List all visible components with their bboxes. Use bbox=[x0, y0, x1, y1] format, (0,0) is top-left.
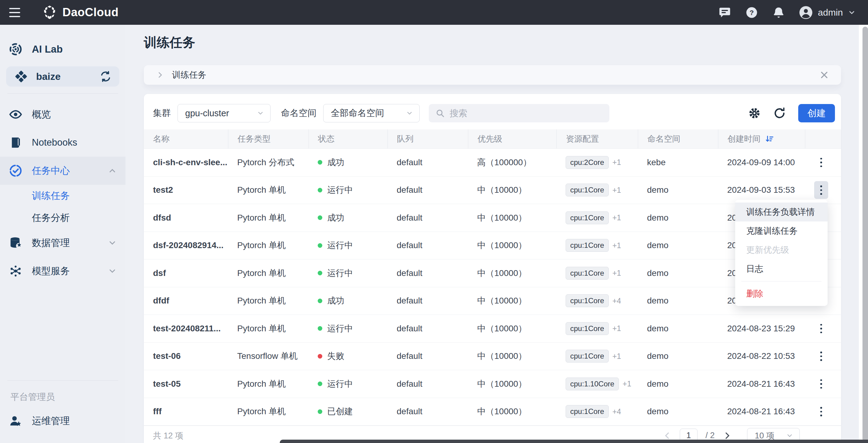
status-dot bbox=[318, 243, 322, 248]
resource-extra-count[interactable]: +4 bbox=[613, 407, 621, 416]
task-namespace: kebe bbox=[638, 149, 718, 176]
task-type: Pytorch 单机 bbox=[228, 204, 309, 231]
sidebar-item-training-tasks[interactable]: 训练任务 bbox=[0, 185, 125, 207]
task-resources: cpu:1Core+1 bbox=[556, 315, 638, 342]
settings-gear-icon[interactable] bbox=[748, 107, 761, 120]
sidebar-item-data-management[interactable]: 数据管理 bbox=[0, 229, 125, 257]
sidebar-section-label: 平台管理员 bbox=[0, 387, 125, 407]
sidebar-item-task-analysis[interactable]: 任务分析 bbox=[0, 207, 125, 229]
workspace-selector[interactable]: baize bbox=[6, 66, 119, 87]
menu-item[interactable]: 克隆训练任务 bbox=[735, 222, 828, 241]
task-priority: 中（10000） bbox=[468, 315, 556, 342]
resource-extra-count[interactable]: +1 bbox=[613, 268, 621, 278]
scrollbar-thumb[interactable] bbox=[863, 27, 868, 442]
menu-item[interactable]: 删除 bbox=[735, 284, 828, 303]
resource-extra-count[interactable]: +1 bbox=[613, 213, 621, 222]
username: admin bbox=[818, 7, 843, 18]
resource-extra-count[interactable]: +1 bbox=[613, 158, 621, 167]
kebab-menu-icon[interactable] bbox=[814, 375, 828, 393]
resource-extra-count[interactable]: +1 bbox=[613, 186, 621, 195]
cluster-label: 集群 bbox=[153, 107, 171, 119]
kebab-menu-icon[interactable] bbox=[814, 181, 828, 199]
task-created-time: 2024-08-21 16:43 bbox=[718, 398, 805, 425]
sidebar-item-notebooks[interactable]: Notebooks bbox=[0, 128, 125, 157]
sort-descending-icon[interactable] bbox=[765, 134, 774, 144]
task-queue: default bbox=[388, 398, 468, 425]
column-header[interactable]: 创建时间 bbox=[718, 129, 805, 148]
table-header: 名称任务类型状态队列优先级资源配置命名空间创建时间 bbox=[144, 129, 841, 149]
resource-chip: cpu:1.10Core bbox=[566, 378, 619, 390]
task-name[interactable]: test-202408211... bbox=[144, 315, 228, 342]
chevron-down-icon bbox=[406, 109, 413, 117]
task-name[interactable]: dfsd bbox=[144, 204, 228, 231]
task-created-time: 2024-08-22 10:53 bbox=[718, 343, 805, 370]
cluster-select[interactable]: gpu-cluster bbox=[178, 104, 271, 122]
workspace-switch-icon[interactable] bbox=[100, 71, 112, 82]
task-created-time: 2024-08-21 16:43 bbox=[718, 370, 805, 398]
task-resources: cpu:1Core+1 bbox=[556, 232, 638, 259]
sidebar-bottom: 平台管理员 运维管理 bbox=[0, 374, 125, 443]
task-name[interactable]: test-05 bbox=[144, 370, 228, 398]
task-status: 运行中 bbox=[309, 232, 388, 259]
breadcrumb: 训练任务 bbox=[172, 69, 206, 81]
kebab-menu-icon[interactable] bbox=[814, 347, 828, 365]
menu-item[interactable]: 训练任务负载详情 bbox=[735, 202, 828, 222]
refresh-icon[interactable] bbox=[773, 107, 786, 120]
sidebar-item-model-services[interactable]: 模型服务 bbox=[0, 257, 125, 285]
messages-icon[interactable] bbox=[718, 6, 732, 19]
kebab-menu-icon[interactable] bbox=[814, 320, 828, 338]
task-name[interactable]: dfdf bbox=[144, 287, 228, 315]
avatar bbox=[799, 5, 813, 20]
task-name[interactable]: test-06 bbox=[144, 343, 228, 370]
kebab-menu-icon[interactable] bbox=[814, 403, 828, 420]
resource-extra-count[interactable]: +1 bbox=[613, 241, 621, 250]
menu-item[interactable]: 日志 bbox=[735, 259, 828, 278]
task-status: 已创建 bbox=[309, 398, 388, 425]
notifications-icon[interactable] bbox=[772, 6, 785, 19]
column-header: 任务类型 bbox=[228, 129, 309, 148]
sidebar-app-ai-lab[interactable]: AI Lab bbox=[0, 34, 125, 65]
task-name[interactable]: dsf bbox=[144, 259, 228, 287]
task-name[interactable]: cli-sh-c-env-slee... bbox=[144, 149, 228, 176]
next-page-icon[interactable] bbox=[723, 431, 732, 440]
task-name[interactable]: dsf-2024082914... bbox=[144, 232, 228, 259]
search-input[interactable] bbox=[450, 108, 596, 118]
search-box[interactable] bbox=[429, 104, 609, 122]
create-button[interactable]: 创建 bbox=[798, 104, 835, 122]
task-queue: default bbox=[388, 177, 468, 204]
resource-extra-count[interactable]: +1 bbox=[613, 324, 621, 333]
task-center-icon bbox=[8, 164, 23, 178]
namespace-select[interactable]: 全部命名空间 bbox=[323, 104, 420, 122]
user-menu[interactable]: admin bbox=[799, 5, 856, 20]
database-icon bbox=[8, 236, 23, 250]
kebab-menu-icon[interactable] bbox=[814, 154, 828, 171]
task-type: Pytorch 单机 bbox=[228, 370, 309, 398]
menu-toggle-icon[interactable] bbox=[9, 5, 24, 20]
close-icon[interactable] bbox=[819, 70, 829, 80]
sidebar-item-ops-management[interactable]: 运维管理 bbox=[0, 407, 125, 435]
resource-chip: cpu:1Core bbox=[566, 350, 609, 362]
status-dot bbox=[318, 215, 322, 220]
brand[interactable]: DaoCloud bbox=[42, 5, 119, 21]
task-type: Pytorch 分布式 bbox=[228, 149, 309, 176]
task-name[interactable]: fff bbox=[144, 398, 228, 425]
sidebar-item-task-center[interactable]: 任务中心 bbox=[0, 157, 125, 185]
resource-extra-count[interactable]: +1 bbox=[623, 379, 631, 388]
resource-chip: cpu:1Core bbox=[566, 239, 609, 252]
task-namespace: demo bbox=[638, 177, 718, 204]
sidebar-item-label: 训练任务 bbox=[32, 189, 70, 202]
vertical-scrollbar[interactable] bbox=[859, 25, 868, 443]
task-name[interactable]: test2 bbox=[144, 177, 228, 204]
table-row: cli-sh-c-env-slee...Pytorch 分布式成功default… bbox=[144, 149, 841, 177]
help-icon[interactable]: ? bbox=[745, 6, 758, 19]
task-priority: 中（10000） bbox=[468, 204, 556, 231]
prev-page-icon[interactable] bbox=[663, 431, 672, 440]
sidebar-item-label: 模型服务 bbox=[32, 265, 70, 278]
sidebar: AI Lab baize 概览 Notebooks bbox=[0, 25, 125, 443]
resource-extra-count[interactable]: +4 bbox=[613, 296, 621, 305]
namespace-label: 命名空间 bbox=[281, 107, 316, 119]
sidebar-item-overview[interactable]: 概览 bbox=[0, 100, 125, 128]
resource-extra-count[interactable]: +1 bbox=[613, 352, 621, 361]
task-queue: default bbox=[388, 315, 468, 342]
table-row: test-05Pytorch 单机运行中default中（10000）cpu:1… bbox=[144, 370, 841, 398]
